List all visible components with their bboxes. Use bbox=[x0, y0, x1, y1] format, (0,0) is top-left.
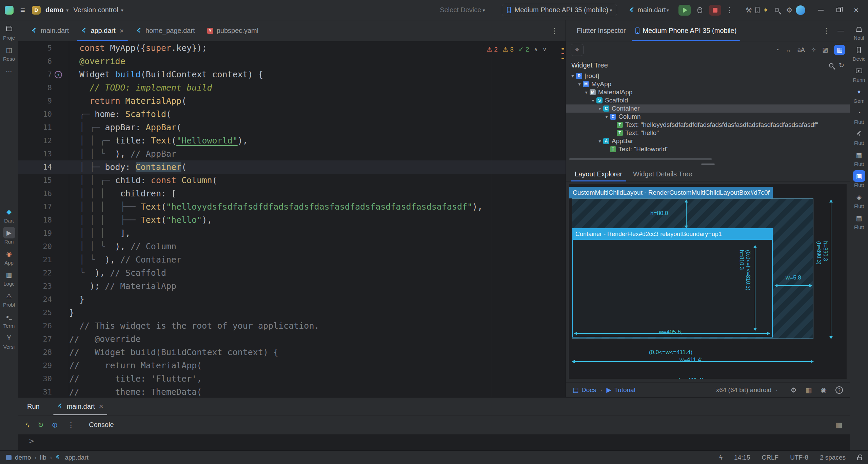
override-gutter-icon[interactable]: ↑ bbox=[55, 71, 62, 78]
docs-link[interactable]: ▤ Docs bbox=[573, 386, 596, 394]
code-line-27[interactable]: // @override bbox=[69, 332, 566, 346]
highlight-repaints-icon[interactable]: ▨ bbox=[822, 46, 828, 54]
extensions-icon[interactable]: ▦ bbox=[806, 386, 812, 394]
device-selector[interactable]: Medium Phone API 35 (mobile) ▾ bbox=[502, 4, 617, 16]
outer-widget-header[interactable]: CustomMultiChildLayout - RenderCustomMul… bbox=[569, 187, 773, 198]
tree-node-root[interactable]: ▾R[root] bbox=[566, 72, 850, 80]
ok-badge[interactable]: ✓ 2 bbox=[518, 45, 529, 53]
expand-chevron-icon[interactable]: ▾ bbox=[596, 106, 603, 111]
tab-layout-explorer[interactable]: Layout Explorer bbox=[569, 167, 628, 181]
code-line-16[interactable]: │ │ │ children: [ bbox=[69, 187, 566, 200]
tree-node-material[interactable]: ▾MMaterialApp bbox=[566, 88, 850, 96]
expand-chevron-icon[interactable]: ▾ bbox=[603, 114, 610, 119]
project-selector[interactable]: demo bbox=[45, 6, 63, 14]
close-tab-icon[interactable]: × bbox=[120, 27, 124, 35]
breadcrumb-file[interactable]: app.dart bbox=[65, 454, 88, 461]
build-icon[interactable]: ⚒ bbox=[746, 6, 752, 14]
chevron-down-icon[interactable]: ▾ bbox=[610, 7, 612, 13]
tree-hscrollbar[interactable] bbox=[566, 157, 850, 161]
code-line-18[interactable]: │ │ │ ├── Text("hello"), bbox=[69, 213, 566, 227]
tree-node-appbar[interactable]: ▾AAppBar bbox=[566, 137, 850, 145]
editor-tab-home-page-dart[interactable]: home_page.dart bbox=[130, 20, 201, 41]
vcs-widget[interactable]: Version control bbox=[73, 6, 118, 14]
tool-stripe-flutter-tool-2[interactable]: ▦Flutt bbox=[853, 149, 865, 167]
tool-stripe-version-control[interactable]: YVersi bbox=[3, 332, 15, 350]
code-line-11[interactable]: │ ╭─ appBar: AppBar( bbox=[69, 121, 566, 134]
tool-stripe-flutter-inspector[interactable]: ▣Flutt bbox=[853, 170, 865, 188]
editor-tab-pubspec-yaml[interactable]: Y pubspec.yaml bbox=[201, 20, 264, 41]
tool-stripe-terminal[interactable]: >_Term bbox=[3, 311, 15, 329]
write-access-icon[interactable] bbox=[857, 457, 862, 460]
code-line-31[interactable]: // theme: ThemeData( bbox=[69, 385, 566, 397]
select-device-dropdown[interactable]: Select Device bbox=[440, 6, 481, 14]
code-line-6[interactable]: @override bbox=[69, 55, 566, 68]
tree-node-text[interactable]: TText: "helloyydsfsdfafsdfdfadsfadsfdasf… bbox=[566, 121, 850, 129]
code-editor[interactable]: 567↑891011121314151617181920212223242526… bbox=[18, 41, 566, 397]
line-ending[interactable]: CRLF bbox=[762, 454, 779, 461]
code-line-12[interactable]: │ │ ╭─ title: Text("Helloworld"), bbox=[69, 134, 566, 147]
close-tab-icon[interactable]: × bbox=[99, 402, 103, 410]
code-line-21[interactable]: │ ╰ ), // Container bbox=[69, 253, 566, 266]
indent-setting[interactable]: 2 spaces bbox=[820, 454, 846, 461]
tool-stripe-flutter-outline[interactable]: ▤Flutt bbox=[853, 212, 865, 230]
code-line-26[interactable]: // This widget is the root of your appli… bbox=[69, 319, 566, 332]
caret-position[interactable]: 14:15 bbox=[734, 454, 750, 461]
refresh-tree-icon[interactable]: ↻ bbox=[839, 61, 844, 69]
code-line-10[interactable]: ╭─ home: Scaffold( bbox=[69, 108, 566, 121]
breadcrumb-project[interactable]: demo bbox=[15, 454, 31, 461]
inspector-settings-button[interactable]: ▦ bbox=[834, 45, 845, 55]
layout-settings-icon[interactable]: ▦ bbox=[835, 421, 842, 429]
code-line-25[interactable]: } bbox=[69, 306, 566, 319]
tool-stripe-problems[interactable]: ⚠Probl bbox=[3, 290, 15, 308]
editor-code-area[interactable]: const MyApp({super.key}); @override Widg… bbox=[69, 41, 566, 397]
tool-stripe-running-devices[interactable]: Runn bbox=[853, 65, 865, 83]
code-line-28[interactable]: // Widget build(BuildContext context) { bbox=[69, 346, 566, 359]
tool-stripe-flutter-performance[interactable]: ◔Flutt bbox=[853, 107, 865, 125]
console-output[interactable]: > bbox=[18, 434, 850, 450]
tree-node-app[interactable]: ▾MMyApp bbox=[566, 80, 850, 88]
report-bug-icon[interactable]: ◉ bbox=[821, 386, 827, 394]
chevron-down-icon[interactable]: ▾ bbox=[66, 7, 68, 13]
next-problem-icon[interactable]: ∨ bbox=[542, 46, 547, 53]
code-line-20[interactable]: │ │ ╰ ), // Column bbox=[69, 240, 566, 253]
slow-animations-icon[interactable]: ◔ bbox=[775, 46, 779, 54]
expand-chevron-icon[interactable]: ▾ bbox=[596, 138, 603, 144]
tool-stripe-dart-analysis[interactable]: ◆Dart bbox=[3, 206, 15, 224]
tool-stripe-more-tool-windows[interactable]: ⋯ bbox=[3, 65, 15, 77]
editor-tab-app-dart[interactable]: app.dart × bbox=[75, 20, 130, 41]
code-line-7[interactable]: Widget build(BuildContext context) { bbox=[69, 68, 566, 81]
background-task-icon[interactable]: ϟ bbox=[719, 454, 723, 461]
device-manager-icon[interactable] bbox=[755, 7, 760, 13]
code-line-30[interactable]: // title: 'Flutter', bbox=[69, 372, 566, 385]
tool-stripe-flutter-attach[interactable]: ◈Flutt bbox=[853, 191, 865, 209]
stop-button[interactable] bbox=[709, 5, 721, 16]
tab-running-device[interactable]: Medium Phone API 35 (mobile) bbox=[631, 20, 742, 41]
hot-reload-icon[interactable]: ϟ bbox=[26, 421, 29, 429]
code-line-8[interactable]: // TODO: implement build bbox=[69, 81, 566, 94]
run-tab-main-dart[interactable]: main.dart × bbox=[52, 398, 109, 415]
container-widget-header[interactable]: Container - RenderFlex#d2cc3 relayoutBou… bbox=[572, 228, 773, 240]
prev-problem-icon[interactable]: ∧ bbox=[534, 46, 538, 53]
tab-widget-details-tree[interactable]: Widget Details Tree bbox=[628, 167, 698, 181]
inspection-widget[interactable]: ⚠ 2 ⚠ 3 ✓ 2 ∧ ∨ bbox=[483, 44, 550, 55]
user-avatar[interactable] bbox=[796, 5, 805, 15]
hide-panel-icon[interactable]: — bbox=[837, 27, 844, 35]
tree-node-scaffold[interactable]: ▾SScaffold bbox=[566, 96, 850, 104]
tool-stripe-run[interactable]: ▶Run bbox=[3, 227, 15, 245]
code-line-29[interactable]: // return MaterialApp( bbox=[69, 359, 566, 372]
tool-stripe-project[interactable]: Proje bbox=[3, 23, 15, 41]
expand-chevron-icon[interactable]: ▾ bbox=[576, 81, 583, 87]
expand-chevron-icon[interactable]: ▾ bbox=[569, 73, 576, 79]
expand-chevron-icon[interactable]: ▾ bbox=[583, 90, 590, 95]
tab-options-icon[interactable]: ⋮ bbox=[549, 26, 559, 35]
tool-stripe-flutter-tool-1[interactable]: Flutt bbox=[853, 128, 865, 146]
debug-button[interactable] bbox=[697, 7, 702, 13]
search-tree-icon[interactable] bbox=[829, 63, 833, 67]
tool-stripe-app-quality-insights[interactable]: ◉App bbox=[3, 248, 15, 266]
tree-node-column[interactable]: ▾CColumn bbox=[566, 113, 850, 121]
code-line-14[interactable]: │ ├─ body: Container( bbox=[69, 160, 566, 174]
code-line-19[interactable]: │ │ │ ], bbox=[69, 227, 566, 240]
encoding[interactable]: UTF-8 bbox=[790, 454, 808, 461]
error-badge[interactable]: ⚠ 2 bbox=[487, 45, 498, 53]
code-line-17[interactable]: │ │ │ ├── Text("helloyydsfsdfafsdfdfadsf… bbox=[69, 200, 566, 213]
